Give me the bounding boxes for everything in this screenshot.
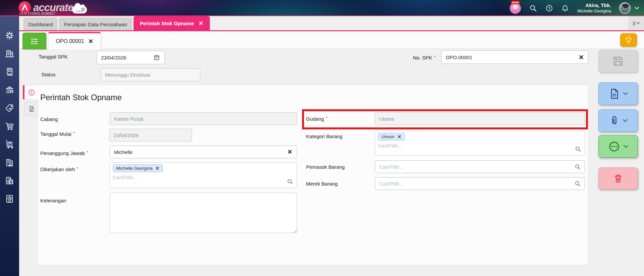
clear-icon[interactable]: ✕ (287, 148, 292, 156)
keterangan-label: Keterangan (40, 198, 66, 203)
no-spk-input[interactable] (441, 50, 588, 64)
chevron-down-icon (623, 92, 628, 95)
ledger-icon (4, 67, 15, 77)
close-icon[interactable]: ✕ (199, 21, 203, 26)
tanggal-mulai-input (109, 129, 192, 142)
search-icon[interactable] (287, 179, 293, 185)
penanggung-jawab-label: Penanggung Jawab* (40, 150, 88, 156)
search-icon[interactable] (575, 181, 581, 187)
required-asterisk: * (87, 150, 88, 155)
search-icon[interactable] (575, 146, 581, 152)
kategori-barang-label: Kategori Barang (306, 133, 342, 139)
kategori-barang-search-input[interactable] (378, 143, 541, 149)
sidebar-item-inventory[interactable] (0, 135, 19, 153)
sidebar-item-company[interactable] (0, 44, 19, 63)
dikerjakan-oleh-multiselect[interactable]: Michelle Georgina ✕ (110, 162, 297, 188)
tab-perintah-stok-opname[interactable]: Perintah Stok Opname ✕ (134, 16, 210, 30)
record-list-button[interactable] (22, 33, 46, 49)
settings-icon (4, 30, 15, 41)
required-asterisk: * (77, 166, 78, 171)
delete-button[interactable] (598, 167, 638, 189)
merek-barang-label: Merek Barang (306, 181, 338, 187)
section-title: Perintah Stok Opname (40, 93, 122, 102)
gudang-input (375, 112, 585, 125)
document-file-icon (608, 88, 620, 100)
chip-remove-icon[interactable]: ✕ (397, 134, 402, 139)
company-name: Akira, Tbk. (577, 2, 611, 9)
inventory-icon (4, 139, 15, 150)
chip-remove-icon[interactable]: ✕ (155, 166, 160, 171)
no-spk-label: No. SPK* (386, 54, 436, 61)
record-tab-strip (19, 31, 644, 48)
search-icon[interactable] (529, 4, 537, 12)
related-documents-button[interactable] (598, 82, 638, 105)
tab-dashboard[interactable]: Dashboard (23, 18, 57, 30)
sidebar-item-sales[interactable]: Rp (0, 99, 19, 117)
save-floppy-icon (612, 55, 625, 68)
close-icon[interactable]: ✕ (88, 38, 93, 45)
search-icon[interactable] (575, 164, 581, 170)
svg-text:?: ? (548, 6, 550, 10)
clear-icon[interactable]: ✕ (579, 53, 584, 61)
keterangan-textarea[interactable] (110, 193, 297, 233)
sidebar-item-settings[interactable] (0, 26, 19, 44)
report-icon (4, 194, 15, 204)
tab-overflow-count: 3 (632, 21, 635, 26)
pemasok-barang-input[interactable] (375, 160, 585, 173)
tanggal-spk-label: Tanggal SPK (39, 54, 68, 60)
tab-label: Dashboard (28, 22, 53, 27)
calendar-icon[interactable] (154, 54, 160, 61)
status-input (101, 68, 200, 81)
notification-bell-icon[interactable] (561, 4, 569, 12)
attachment-button[interactable] (598, 109, 638, 132)
app-version: v1.0.1#3993-2598927 (19, 11, 55, 15)
app-window: accurate online v1.0.1#3993-2598927 NEW … (0, 0, 644, 276)
merek-barang-input[interactable] (375, 177, 585, 190)
chevron-down-icon (624, 145, 628, 148)
chip-label: Michelle Georgina (116, 166, 153, 171)
paperclip-icon (608, 115, 620, 127)
sidebar-item-fixed-asset[interactable] (0, 153, 19, 171)
tab-overflow-dropdown[interactable]: 3 (628, 16, 644, 31)
lightbulb-icon (625, 36, 633, 44)
kategori-barang-multiselect[interactable]: Umum ✕ (375, 131, 585, 156)
sidebar-item-report[interactable] (0, 190, 19, 208)
user-menu-chevron-icon[interactable] (634, 4, 639, 12)
tax-icon: TAX (4, 175, 15, 186)
cloud-online-badge: online (72, 6, 87, 13)
sidebar-item-cash-bank[interactable] (0, 81, 19, 99)
svg-text:TAX: TAX (7, 178, 11, 180)
help-icon[interactable]: ? (545, 4, 553, 12)
penanggung-jawab-input[interactable] (110, 146, 297, 158)
record-tab-label: OPO.00001 (56, 38, 84, 44)
tab-persiapan-data-perusahaan[interactable]: Persiapan Data Perusahaan (59, 18, 132, 30)
tab-label: Perintah Stok Opname (140, 21, 194, 26)
more-actions-button[interactable] (598, 135, 638, 158)
dikerjakan-oleh-search-input[interactable] (113, 174, 258, 180)
side-tab-document[interactable] (24, 102, 38, 116)
cash-bank-icon (4, 85, 15, 95)
cabang-input (110, 112, 297, 125)
required-asterisk: * (434, 54, 436, 60)
sidebar-item-ledger[interactable] (0, 63, 19, 81)
tanggal-mulai-label: Tanggal Mulai* (40, 131, 75, 137)
sidebar-item-tax[interactable]: TAX (0, 171, 19, 190)
info-icon (28, 89, 35, 96)
save-button[interactable] (598, 50, 638, 72)
pemasok-barang-label: Pemasok Barang (306, 164, 345, 170)
main-sidebar: Rp TAX (0, 16, 19, 276)
user-name: Michelle Georgina (577, 9, 611, 14)
user-avatar[interactable] (619, 2, 631, 14)
status-label: Status (41, 72, 56, 77)
sidebar-item-purchase[interactable] (0, 117, 19, 135)
cabang-label: Cabang (40, 116, 58, 122)
whats-new-button[interactable]: NEW (510, 3, 521, 14)
fixed-asset-icon (4, 157, 15, 168)
side-tab-info[interactable] (23, 85, 38, 100)
more-ellipsis-icon (608, 140, 621, 153)
purchase-icon (4, 121, 15, 131)
record-tab-opo00001[interactable]: OPO.00001 ✕ (48, 32, 101, 49)
tips-lightbulb-button[interactable] (620, 33, 637, 47)
new-badge: NEW (511, 1, 520, 4)
user-info: Akira, Tbk. Michelle Georgina (577, 2, 611, 14)
